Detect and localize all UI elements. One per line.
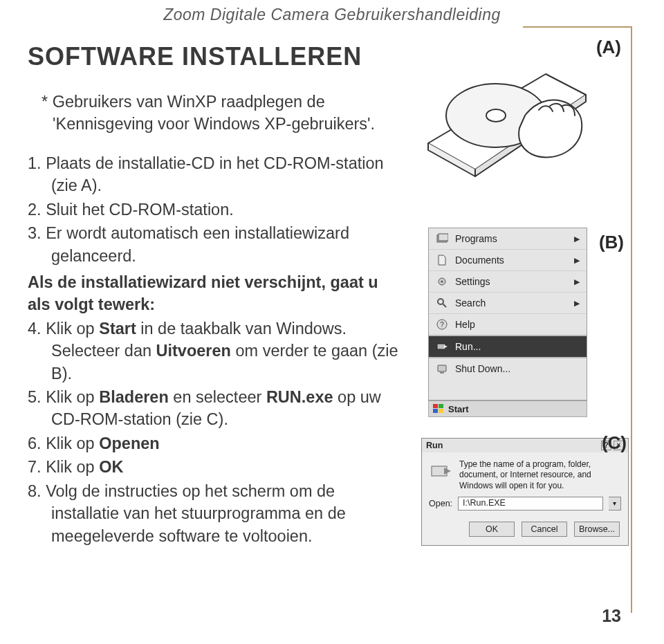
svg-rect-15 bbox=[433, 409, 438, 413]
run-dialog-prompt: Type the name of a program, folder, docu… bbox=[459, 459, 621, 491]
menu-item-shutdown[interactable]: Shut Down... bbox=[429, 357, 587, 379]
step-4: 4. Klik op Start in de taakbalk van Wind… bbox=[28, 318, 405, 385]
submenu-arrow-icon: ▶ bbox=[574, 234, 580, 243]
submenu-arrow-icon: ▶ bbox=[574, 299, 580, 308]
page-number: 13 bbox=[602, 606, 621, 626]
open-dropdown-button[interactable]: ▾ bbox=[609, 497, 621, 510]
start-button-label: Start bbox=[448, 404, 469, 414]
step-7: 7. Klik op OK bbox=[28, 456, 405, 478]
menu-item-label: Shut Down... bbox=[455, 363, 580, 374]
run-dialog-titlebar: Run ? × bbox=[422, 439, 628, 452]
run-dialog: Run ? × Type the name of a program, fold… bbox=[421, 438, 629, 546]
programs-icon bbox=[436, 232, 448, 245]
menu-item-settings[interactable]: Settings ▶ bbox=[429, 270, 587, 292]
figure-column: (A) (B) (C) bbox=[421, 39, 632, 549]
step-8: 8. Volg de instructies op het scherm om … bbox=[28, 480, 405, 547]
figure-label-b: (B) bbox=[599, 232, 624, 253]
svg-text:?: ? bbox=[440, 321, 444, 329]
browse-button[interactable]: Browse... bbox=[574, 522, 620, 537]
run-icon bbox=[436, 340, 448, 353]
svg-point-5 bbox=[441, 280, 443, 282]
submenu-arrow-icon: ▶ bbox=[574, 256, 580, 265]
submenu-arrow-icon: ▶ bbox=[574, 277, 580, 286]
shutdown-icon bbox=[436, 362, 448, 375]
menu-item-label: Help bbox=[455, 319, 580, 330]
open-input[interactable]: I:\Run.EXE bbox=[458, 497, 603, 510]
running-header: Zoom Digitale Camera Gebruikershandleidi… bbox=[28, 6, 636, 24]
help-icon: ? bbox=[436, 318, 448, 331]
menu-item-search[interactable]: Search ▶ bbox=[429, 292, 587, 313]
search-icon bbox=[436, 297, 448, 309]
svg-rect-16 bbox=[439, 409, 443, 413]
xp-note: * Gebruikers van WinXP raadplegen de 'Ke… bbox=[28, 91, 405, 136]
step-2: 2. Sluit het CD-ROM-station. bbox=[28, 199, 405, 221]
text-column: SOFTWARE INSTALLEREN * Gebruikers van Wi… bbox=[28, 39, 405, 549]
menu-item-label: Search bbox=[455, 297, 567, 309]
menu-item-label: Documents bbox=[455, 255, 567, 266]
menu-item-label: Programs bbox=[455, 233, 567, 244]
svg-rect-14 bbox=[439, 404, 443, 408]
open-label: Open: bbox=[429, 499, 452, 508]
ok-button[interactable]: OK bbox=[469, 522, 515, 537]
figure-label-c: (C) bbox=[602, 432, 627, 454]
fallback-subhead: Als de installatiewizard niet verschijnt… bbox=[28, 271, 405, 316]
page-heading: SOFTWARE INSTALLEREN bbox=[28, 42, 405, 71]
svg-rect-13 bbox=[433, 404, 438, 408]
menu-item-label: Run... bbox=[455, 341, 580, 352]
documents-icon bbox=[436, 254, 448, 266]
svg-point-6 bbox=[438, 299, 443, 304]
run-dialog-icon bbox=[429, 459, 452, 483]
step-1: 1. Plaats de installatie-CD in het CD-RO… bbox=[28, 152, 405, 197]
menu-item-label: Settings bbox=[455, 276, 567, 287]
figure-a-cd-insert bbox=[421, 46, 632, 193]
run-dialog-title: Run bbox=[426, 441, 443, 450]
taskbar-start-button[interactable]: Start bbox=[428, 401, 587, 417]
step-5: 5. Klik op Bladeren en selecteer RUN.exe… bbox=[28, 386, 405, 431]
cancel-button[interactable]: Cancel bbox=[522, 522, 567, 537]
start-menu: Programs ▶ Documents ▶ Settings ▶ Search… bbox=[428, 228, 587, 401]
svg-rect-12 bbox=[440, 372, 444, 374]
step-3: 3. Er wordt automatisch een installatiew… bbox=[28, 222, 405, 267]
menu-item-documents[interactable]: Documents ▶ bbox=[429, 249, 587, 270]
steps-list-2: 4. Klik op Start in de taakbalk van Wind… bbox=[28, 318, 405, 547]
figure-label-a: (A) bbox=[596, 37, 621, 58]
svg-point-1 bbox=[486, 109, 506, 122]
svg-line-7 bbox=[443, 304, 446, 307]
menu-item-help[interactable]: ? Help bbox=[429, 313, 587, 335]
windows-flag-icon bbox=[433, 404, 444, 414]
menu-item-programs[interactable]: Programs ▶ bbox=[429, 228, 587, 249]
svg-rect-11 bbox=[438, 365, 446, 371]
step-6: 6. Klik op Openen bbox=[28, 432, 405, 454]
menu-item-run[interactable]: Run... bbox=[429, 335, 587, 357]
steps-list-1: 1. Plaats de installatie-CD in het CD-RO… bbox=[28, 152, 405, 267]
settings-icon bbox=[436, 275, 448, 288]
svg-rect-3 bbox=[439, 234, 448, 241]
